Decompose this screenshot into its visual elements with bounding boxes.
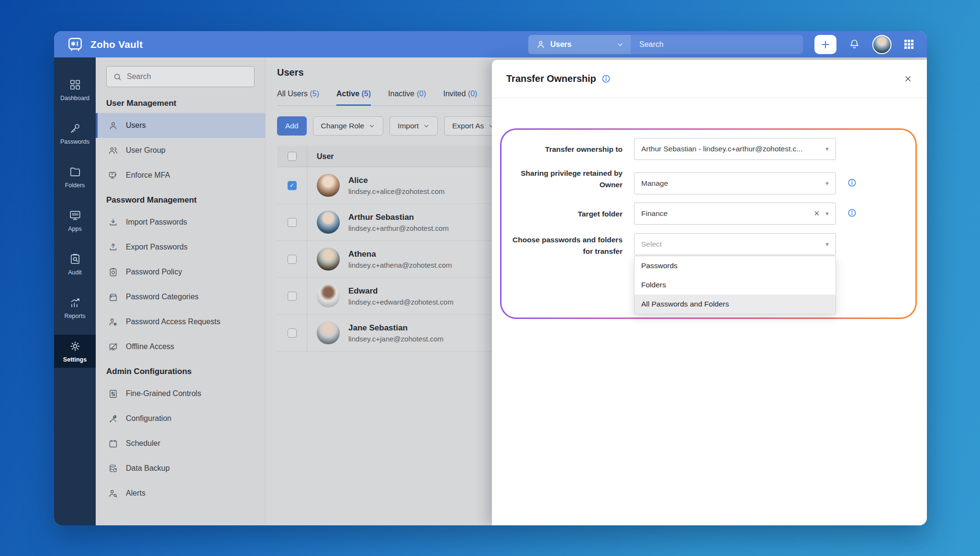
field-label: Transfer ownership to <box>505 144 623 155</box>
search-input[interactable] <box>631 35 803 54</box>
app-grid-icon[interactable] <box>903 39 914 50</box>
subnav-search-input[interactable] <box>127 72 248 81</box>
info-icon[interactable] <box>601 74 611 84</box>
button-label: Export As <box>452 122 484 130</box>
subnav-item-password-policy[interactable]: Password Policy <box>96 260 265 284</box>
target-folder-select[interactable]: Finance ✕ ▼ <box>634 203 836 225</box>
section-title-admin-configurations: Admin Configurations <box>96 359 265 381</box>
menu-option-passwords[interactable]: Passwords <box>635 256 835 275</box>
subnav-item-label: Scheduler <box>126 439 160 448</box>
row-checkbox-cell <box>277 315 307 351</box>
user-email: lindsey.c+edward@zohotest.com <box>348 298 454 306</box>
caret-down-icon: ▼ <box>824 211 830 216</box>
clear-icon[interactable]: ✕ <box>813 209 820 218</box>
menu-option-folders[interactable]: Folders <box>635 275 835 295</box>
field-label: Sharing privilege retained by Owner <box>505 168 623 191</box>
upload-icon <box>108 242 118 252</box>
tab-label: Inactive <box>388 90 414 98</box>
user-avatar <box>317 211 340 234</box>
row-checkbox[interactable] <box>288 218 297 227</box>
policy-clipboard-icon <box>108 267 118 277</box>
subnav-item-label: Data Backup <box>126 464 170 473</box>
subnav-item-configuration[interactable]: Configuration <box>96 406 265 431</box>
import-button[interactable]: Import <box>390 116 438 136</box>
field-label: Target folder <box>505 208 623 220</box>
notifications-bell-icon[interactable] <box>848 38 860 50</box>
tab-active[interactable]: Active (5) <box>336 90 371 106</box>
user-name: Jane Sebastian <box>348 323 444 333</box>
tab-label: All Users <box>277 90 308 98</box>
subnav-item-offline-access[interactable]: Offline Access <box>96 334 265 359</box>
users-group-icon <box>108 146 118 156</box>
sidebar-label: Passwords <box>60 138 89 145</box>
subnav-item-enforce-mfa[interactable]: Enforce MFA <box>96 163 265 188</box>
settings-subnav: User Management Users <box>96 57 266 525</box>
account-avatar[interactable] <box>872 35 891 54</box>
sidebar-item-settings[interactable]: Settings <box>54 335 96 368</box>
chevron-down-icon <box>368 123 375 129</box>
sidebar-item-apps[interactable]: SSO Apps <box>54 199 96 242</box>
row-checkbox[interactable] <box>288 255 297 264</box>
audit-clipboard-icon <box>69 253 81 265</box>
sidebar-item-reports[interactable]: Reports <box>54 286 96 329</box>
sidebar-item-audit[interactable]: Audit <box>54 242 96 286</box>
add-quick-button[interactable] <box>814 35 836 54</box>
subnav-item-user-group[interactable]: User Group <box>96 138 265 163</box>
app-title: Zoho Vault <box>90 39 143 50</box>
sharing-privilege-select[interactable]: Manage ▼ <box>634 172 836 194</box>
row-checkbox[interactable] <box>288 329 297 338</box>
close-icon[interactable] <box>903 74 913 83</box>
subnav-item-alerts[interactable]: Alerts <box>96 481 265 506</box>
svg-text:SSO: SSO <box>72 213 78 216</box>
caret-down-icon: ▼ <box>824 241 830 247</box>
section-title-user-management: User Management <box>96 91 265 113</box>
select-placeholder: Select <box>641 240 662 249</box>
sidebar-item-passwords[interactable]: Passwords <box>54 112 96 155</box>
subnav-item-label: Alerts <box>126 489 145 498</box>
row-checkbox[interactable]: ✓ <box>288 181 297 190</box>
subnav-item-password-access-requests[interactable]: Password Access Requests <box>96 309 265 334</box>
tab-invited[interactable]: Invited (0) <box>443 90 477 106</box>
sidebar-item-folders[interactable]: Folders <box>54 155 96 199</box>
button-label: Add <box>285 122 299 130</box>
menu-option-all-passwords-and-folders[interactable]: All Passwords and Folders <box>635 295 835 314</box>
button-label: Change Role <box>321 122 364 130</box>
change-role-button[interactable]: Change Role <box>313 116 383 136</box>
sidebar-item-dashboard[interactable]: Dashboard <box>54 68 96 112</box>
chevron-down-icon <box>423 123 430 129</box>
row-checkbox-cell <box>277 204 307 240</box>
global-search: Users <box>528 35 803 54</box>
subnav-item-password-categories[interactable]: Password Categories <box>96 284 265 309</box>
chevron-down-icon <box>616 41 624 48</box>
select-all-checkbox[interactable] <box>288 152 297 161</box>
check-icon: ✓ <box>290 182 294 189</box>
choose-passwords-folders-select[interactable]: Select ▼ <box>634 233 836 255</box>
info-icon[interactable] <box>847 208 857 218</box>
dashboard-icon <box>69 79 81 91</box>
info-icon[interactable] <box>847 178 857 188</box>
users-toolbar: Add Change Role Import <box>277 116 516 136</box>
sidebar-label: Settings <box>63 356 87 363</box>
subnav-item-fine-grained-controls[interactable]: Fine-Grained Controls <box>96 381 265 406</box>
subnav-item-scheduler[interactable]: Scheduler <box>96 431 265 456</box>
tab-inactive[interactable]: Inactive (0) <box>388 90 426 106</box>
subnav-item-export-passwords[interactable]: Export Passwords <box>96 235 265 260</box>
tab-all-users[interactable]: All Users (5) <box>277 90 319 106</box>
row-checkbox-cell <box>277 278 307 314</box>
subnav-item-users[interactable]: Users <box>96 113 265 138</box>
user-avatar <box>317 174 340 197</box>
search-scope-dropdown[interactable]: Users <box>528 35 631 54</box>
tab-label: Invited <box>443 90 466 98</box>
subnav-item-import-passwords[interactable]: Import Passwords <box>96 210 265 235</box>
row-checkbox[interactable] <box>288 292 297 301</box>
caret-down-icon: ▼ <box>824 181 830 186</box>
user-icon <box>108 121 118 131</box>
subnav-item-data-backup[interactable]: Data Backup <box>96 456 265 481</box>
add-user-button[interactable]: Add <box>277 116 307 136</box>
highlight-ring: Transfer ownership to Arthur Sebastian -… <box>500 128 917 319</box>
tools-icon <box>108 414 118 424</box>
folder-icon <box>69 166 81 178</box>
user-email: lindsey.c+athena@zohotest.com <box>348 261 452 269</box>
transfer-ownership-to-select[interactable]: Arthur Sebastian - lindsey.c+arthur@zoho… <box>634 138 836 160</box>
subnav-item-label: User Group <box>126 146 166 155</box>
